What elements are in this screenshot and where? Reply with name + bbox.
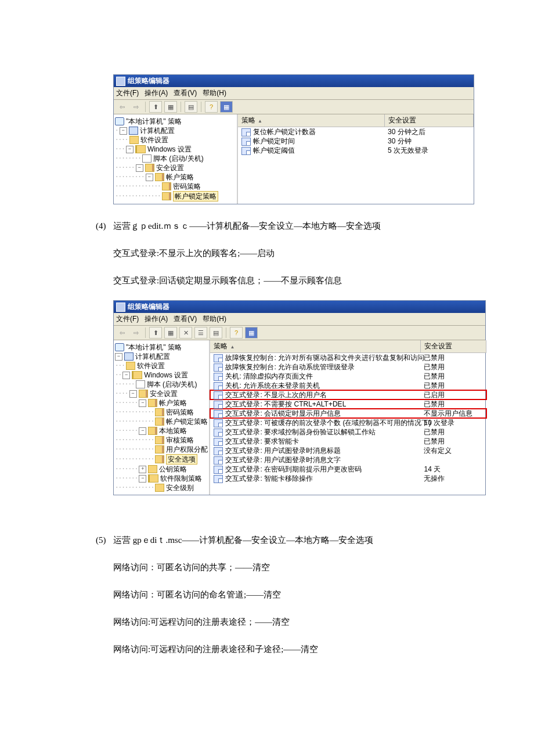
forward-button[interactable]: ⇨ [130,327,142,338]
tree-soft[interactable]: 软件设置 [140,135,168,145]
help-button[interactable]: ? [205,101,218,113]
help-button[interactable]: ? [230,327,243,339]
policy-row[interactable]: 交互式登录: 用户试图登录时消息标题没有定义 [210,446,486,455]
expand-icon[interactable]: − [139,427,146,435]
policy-row[interactable]: 复位帐户锁定计数器30 分钟之后 [238,127,474,136]
menu-view[interactable]: 查看(V) [174,314,197,324]
policy-icon [214,410,223,418]
menu-file[interactable]: 文件(F) [116,314,139,324]
script-icon [136,380,145,388]
tree-script[interactable]: 脚本 (启动/关机) [147,380,197,389]
policy-row[interactable]: 关机: 允许系统在未登录前关机已禁用 [210,381,486,390]
tree-pubkey[interactable]: 公钥策略 [159,465,187,474]
tree-sec[interactable]: 安全设置 [156,163,184,172]
titlebar: 组策略编辑器 [114,301,485,313]
root-icon [115,117,124,125]
tree-computer-config[interactable]: 计算机配置 [140,126,175,135]
paragraph: (4)运营ｇｐedit.ｍｓｃ——计算机配备—安全设立—本地方略—安全选项 [96,218,499,234]
tree-soft[interactable]: 软件设置 [137,361,165,370]
tree-wset[interactable]: Windows 设置 [144,370,188,380]
policy-row[interactable]: 交互式登录: 可被缓存的前次登录个数 (在域控制器不可用的情况下)10 次登录 [210,418,486,427]
export-button[interactable]: ▤ [210,327,222,339]
grid-button[interactable]: ▦ [164,101,177,113]
expand-icon[interactable]: − [146,174,153,181]
menu-file[interactable]: 文件(F) [116,88,139,98]
tree-script[interactable]: 脚本 (启动/关机) [153,154,204,163]
policy-row[interactable]: 交互式登录: 要求域控制器身份验证以解锁工作站已禁用 [210,427,486,437]
policy-row[interactable]: 交互式登录: 智能卡移除操作无操作 [210,474,486,483]
security-icon [139,390,148,398]
tree-root[interactable]: "本地计算机" 策略 [126,343,182,352]
folder-icon [126,362,135,370]
policy-row[interactable]: 交互式登录: 不显示上次的用户名已启用 [210,390,486,399]
back-button[interactable]: ⇦ [116,327,128,338]
expand-icon[interactable]: − [126,146,134,153]
tree-acct[interactable]: 帐户策略 [166,172,194,182]
expand-icon[interactable]: − [129,390,137,398]
policy-row[interactable]: 交互式登录: 会话锁定时显示用户信息不显示用户信息 [210,409,486,418]
menu-help[interactable]: 帮助(H) [203,314,226,324]
policy-row[interactable]: 帐户锁定阈值5 次无效登录 [238,146,474,155]
expand-icon[interactable]: − [139,399,146,407]
paragraph: 网络访问:可远程访问的注册表途径；——清空 [96,614,499,630]
col-setting[interactable]: 安全设置 [385,114,474,127]
expand-icon[interactable]: − [115,353,122,361]
tree-computer-config[interactable]: 计算机配置 [135,352,170,361]
tree-audit[interactable]: 审核策略 [166,435,194,445]
tree-rights[interactable]: 用户权限分配 [166,445,208,454]
menu-action[interactable]: 操作(A) [145,88,168,98]
tree-local[interactable]: 本地策略 [159,426,187,435]
col-policy[interactable]: 策略▲ [210,340,421,352]
list-header: 策略▲ 安全设置 [210,340,486,353]
up-button[interactable]: ⬆ [149,101,162,113]
tree-seclvl[interactable]: 安全级别 [166,483,194,492]
tree-root[interactable]: "本地计算机" 策略 [126,117,182,126]
expand-icon[interactable]: − [139,475,146,483]
tree-swrest[interactable]: 软件限制策略 [160,474,202,483]
policy-row[interactable]: 帐户锁定时间30 分钟 [238,136,474,146]
policy-value: 已禁用 [420,372,485,381]
policy-row[interactable]: 故障恢复控制台: 允许自动系统管理级登录已禁用 [210,362,486,372]
policy-value: 无操作 [420,474,485,483]
tree-lock[interactable]: 帐户锁定策略 [166,417,208,426]
policy-value: 5 次无效登录 [384,146,472,155]
list-button[interactable]: ▦ [245,327,258,339]
up-button[interactable]: ⬆ [149,327,162,339]
expand-icon[interactable]: − [136,164,143,172]
policy-icon [214,363,223,372]
policy-row[interactable]: 交互式登录: 用户试图登录时消息文字 [210,455,486,465]
forward-button[interactable]: ⇨ [130,102,142,112]
list-button[interactable]: ▦ [220,101,233,113]
tree-wset[interactable]: Windows 设置 [147,145,192,154]
delete-button[interactable]: ✕ [179,327,192,339]
tree-sec[interactable]: 安全设置 [150,389,178,398]
policy-row[interactable]: 关机: 清除虚拟内存页面文件已禁用 [210,372,486,381]
tree-acct[interactable]: 帐户策略 [159,398,187,408]
export-button[interactable]: ▤ [185,101,197,113]
policy-row[interactable]: 故障恢复控制台: 允许对所有驱动器和文件夹进行软盘复制和访问已禁用 [210,353,486,362]
paragraph: 网络访问:可远程访问的注册表途径和子途径;——清空 [96,642,499,657]
policy-row[interactable]: 交互式登录: 在密码到期前提示用户更改密码14 天 [210,465,486,474]
properties-button[interactable]: ☰ [194,327,207,339]
col-policy[interactable]: 策略▲ [238,114,385,127]
menu-view[interactable]: 查看(V) [174,88,197,98]
policy-value: 10 次登录 [420,418,485,427]
policy-name: 交互式登录: 会话锁定时显示用户信息 [225,409,341,417]
policy-value: 已禁用 [420,399,485,409]
menu-help[interactable]: 帮助(H) [203,88,226,98]
folder-icon [155,484,164,492]
back-button[interactable]: ⇦ [116,102,128,112]
policy-row[interactable]: 交互式登录: 不需要按 CTRL+ALT+DEL已禁用 [210,399,486,409]
tree-pwd[interactable]: 密码策略 [173,182,201,191]
tree-pwd[interactable]: 密码策略 [166,408,194,417]
folder-icon [129,136,139,144]
expand-icon[interactable]: − [120,127,127,135]
tree-secopt[interactable]: 安全选项 [166,454,197,465]
grid-button[interactable]: ▦ [164,327,177,339]
policy-row[interactable]: 交互式登录: 要求智能卡已禁用 [210,437,486,446]
expand-icon[interactable]: − [122,372,130,379]
expand-icon[interactable]: + [139,466,146,473]
menu-action[interactable]: 操作(A) [145,314,168,324]
tree-lock[interactable]: 帐户锁定策略 [173,191,218,201]
col-setting[interactable]: 安全设置 [421,340,486,352]
